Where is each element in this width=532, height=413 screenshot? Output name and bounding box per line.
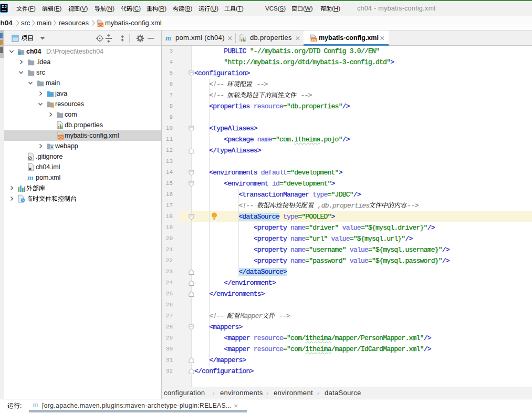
svg-text:<>: <> [58,136,64,140]
svg-text:<>: <> [311,38,317,42]
svg-text:<>: <> [98,24,103,27]
